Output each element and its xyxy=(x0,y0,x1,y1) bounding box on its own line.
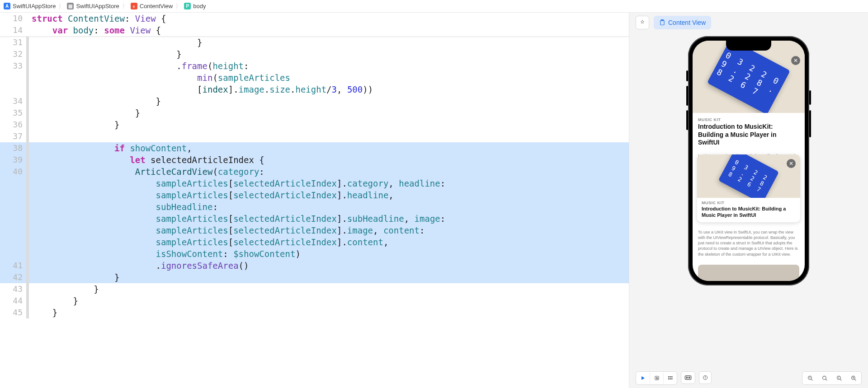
article-headline: Introduction to MusicKit: Building a Mus… xyxy=(698,123,799,147)
code-content: isShowContent: $showContent) xyxy=(29,248,629,260)
code-line[interactable]: 41 .ignoresSafeArea() xyxy=(0,260,629,271)
line-number: 31 xyxy=(0,37,29,48)
code-line[interactable]: sampleArticles[selectedArticleIndex].hea… xyxy=(0,189,629,201)
overlay-article-card[interactable]: 0 3 2 29 . 2 88 2 6 7 ✕ MUSIC KIT Introd… xyxy=(697,154,800,222)
line-number xyxy=(0,84,29,95)
code-line[interactable]: 35 } xyxy=(0,107,629,119)
code-content: sampleArticles[selectedArticleIndex].cat… xyxy=(29,178,629,189)
chevron-icon: 〉 xyxy=(175,2,181,10)
svg-rect-7 xyxy=(670,379,671,380)
breadcrumb-project[interactable]: A SwiftUIAppStore xyxy=(4,3,56,9)
code-line[interactable]: 34 } xyxy=(0,95,629,107)
article-category: MUSIC KIT xyxy=(698,117,799,122)
variants-preview-button[interactable] xyxy=(663,372,677,384)
zoom-out-button[interactable] xyxy=(804,372,816,384)
zoom-in-button[interactable] xyxy=(848,372,859,384)
code-line[interactable]: 31 } xyxy=(0,37,629,48)
property-icon: P xyxy=(184,3,191,9)
breadcrumb-symbol[interactable]: P body xyxy=(184,3,206,9)
article-headline: Introduction to MusicKit: Building a Mus… xyxy=(702,206,796,219)
code-line[interactable]: 14 var body: some View { xyxy=(0,24,629,36)
line-number xyxy=(0,213,29,224)
code-line[interactable]: 38 if showContent, xyxy=(0,142,629,154)
code-line[interactable]: sampleArticles[selectedArticleIndex].cat… xyxy=(0,178,629,189)
line-number: 32 xyxy=(0,48,29,60)
line-number: 39 xyxy=(0,154,29,166)
svg-line-16 xyxy=(811,379,812,380)
svg-rect-6 xyxy=(668,379,670,380)
code-line[interactable]: 32 } xyxy=(0,48,629,60)
device-settings-icon xyxy=(684,375,692,380)
side-button-icon xyxy=(809,110,811,137)
code-line[interactable]: 45 } xyxy=(0,307,629,318)
svg-rect-4 xyxy=(670,376,671,378)
close-button[interactable]: ✕ xyxy=(787,159,796,168)
code-content: } xyxy=(29,37,629,48)
close-icon: ✕ xyxy=(793,57,798,64)
app-root: A SwiftUIAppStore 〉 ▤ SwiftUIAppStore 〉 … xyxy=(0,0,868,388)
code-content: [index].image.size.height/3, 500)) xyxy=(29,84,629,95)
article-header: MUSIC KIT Introduction to MusicKit: Buil… xyxy=(693,113,805,150)
code-line[interactable]: isShowContent: $showContent) xyxy=(0,248,629,260)
live-preview-button[interactable] xyxy=(636,372,650,384)
code-content: sampleArticles[selectedArticleIndex].con… xyxy=(29,236,629,248)
line-number xyxy=(0,178,29,189)
left-button-group xyxy=(636,371,712,385)
selectable-preview-button[interactable] xyxy=(650,372,663,384)
pin-button[interactable] xyxy=(636,16,649,29)
code-line[interactable]: sampleArticles[selectedArticleIndex].con… xyxy=(0,236,629,248)
code-line[interactable]: min(sampleArticles xyxy=(0,72,629,84)
pasteboard-icon xyxy=(659,19,665,26)
play-icon xyxy=(640,375,646,381)
line-number: 14 xyxy=(0,24,29,36)
code-line[interactable]: 33 .frame(height: xyxy=(0,60,629,72)
code-content: } xyxy=(29,271,629,283)
pin-icon xyxy=(639,19,646,26)
svg-line-24 xyxy=(854,379,856,380)
iphone-screen[interactable]: 0 3 2 2 09 . 2 8 .8 2 6 7 ✕ MUSIC KIT In… xyxy=(693,41,805,281)
breadcrumb-bar: A SwiftUIAppStore 〉 ▤ SwiftUIAppStore 〉 … xyxy=(0,0,868,13)
code-line[interactable]: 36 } xyxy=(0,119,629,131)
notch-icon xyxy=(726,41,771,51)
code-line[interactable]: [index].image.size.height/3, 500)) xyxy=(0,84,629,95)
zoom-actual-icon: 1 xyxy=(836,375,842,381)
article-paragraph: To use a UIKit view in SwiftUI, you can … xyxy=(698,229,799,257)
chevron-icon: 〉 xyxy=(58,2,64,10)
code-line[interactable]: 44 } xyxy=(0,295,629,307)
svg-rect-3 xyxy=(668,376,670,378)
article-image xyxy=(698,265,799,281)
code-line[interactable]: 10 struct ContentView: View { xyxy=(0,13,629,24)
appstore-icon: A xyxy=(4,3,10,9)
code-line[interactable]: sampleArticles[selectedArticleIndex].ima… xyxy=(0,224,629,236)
zoom-100-button[interactable]: 1 xyxy=(833,372,845,384)
code-line[interactable]: 37 xyxy=(0,131,629,142)
zoom-in-icon xyxy=(851,375,857,381)
breadcrumb-folder[interactable]: ▤ SwiftUIAppStore xyxy=(67,3,119,9)
code-content: var body: some View { xyxy=(29,24,629,36)
preview-on-device-button[interactable] xyxy=(699,371,712,384)
code-line[interactable]: 40 ArticleCardView(category: xyxy=(0,166,629,178)
grid-icon xyxy=(667,375,674,381)
code-content: } xyxy=(29,295,629,307)
code-line[interactable]: subHeadline: xyxy=(0,201,629,213)
preview-view-chip[interactable]: Content View xyxy=(654,16,711,29)
svg-text:1: 1 xyxy=(838,377,839,379)
code-line[interactable]: 39 let selectedArticleIndex { xyxy=(0,154,629,166)
zoom-fit-button[interactable] xyxy=(819,372,830,384)
code-content xyxy=(29,131,629,142)
svg-line-19 xyxy=(826,379,827,380)
close-button[interactable]: ✕ xyxy=(791,56,800,65)
line-number: 36 xyxy=(0,119,29,131)
code-line[interactable]: 43 } xyxy=(0,283,629,295)
line-number: 40 xyxy=(0,166,29,178)
breadcrumb-project-label: SwiftUIAppStore xyxy=(13,3,56,9)
svg-point-10 xyxy=(686,377,688,379)
info-icon xyxy=(703,375,708,380)
code-line[interactable]: sampleArticles[selectedArticleIndex].sub… xyxy=(0,213,629,224)
zoom-fit-icon xyxy=(822,375,828,381)
breadcrumb-file[interactable]: ⬨ ContentView xyxy=(131,3,173,9)
line-number: 38 xyxy=(0,142,29,154)
code-line[interactable]: 42 } xyxy=(0,271,629,283)
code-body[interactable]: 31 }32 }33 .frame(height: min(sampleArti… xyxy=(0,37,629,388)
device-settings-button[interactable] xyxy=(681,371,695,384)
